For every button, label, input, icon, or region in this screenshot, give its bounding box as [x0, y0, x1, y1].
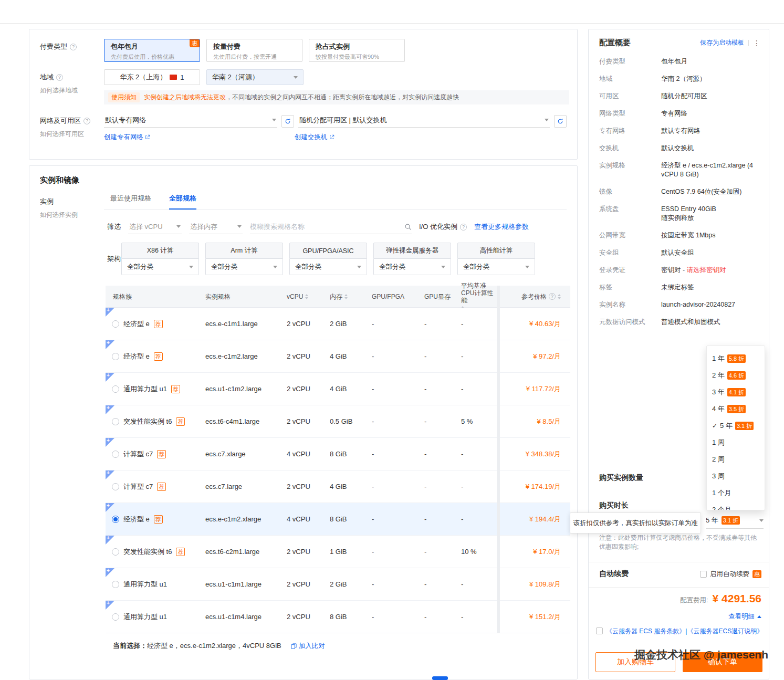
selection-prefix: 当前选择：: [113, 641, 147, 651]
search-icon[interactable]: [404, 223, 412, 231]
table-row[interactable]: 计算型 c7 荐 ecs.c7.large 2 vCPU 4 GiB - - -…: [106, 470, 570, 503]
sort-icon[interactable]: [305, 294, 308, 299]
arch-tab[interactable]: 高性能计算: [457, 243, 535, 259]
help-icon[interactable]: [549, 293, 556, 300]
help-icon[interactable]: [56, 74, 63, 81]
arch-category-select[interactable]: 全部分类: [373, 259, 451, 275]
table-scrollbar[interactable]: [497, 286, 500, 633]
spec-radio[interactable]: [112, 483, 119, 490]
add-compare-link[interactable]: 加入比对: [291, 642, 325, 651]
spec-radio[interactable]: [112, 451, 119, 458]
autorenew-checkbox[interactable]: [700, 571, 707, 578]
sort-icon[interactable]: [558, 294, 561, 299]
duration-option[interactable]: 5 年 3.1 折: [707, 417, 765, 434]
spec-search-input[interactable]: [250, 223, 404, 231]
zone-help-link[interactable]: 如何选择可用区: [40, 130, 104, 139]
view-detail-link[interactable]: 查看明细: [728, 612, 755, 621]
arch-tab[interactable]: GPU/FPGA/ASIC: [289, 243, 367, 259]
tab-recent-specs[interactable]: 最近使用规格: [110, 194, 151, 210]
horizontal-scrollbar-thumb[interactable]: [432, 676, 448, 680]
refresh-vpc-button[interactable]: [281, 115, 294, 128]
add-compare-corner[interactable]: [106, 601, 114, 610]
flag-icon: [170, 75, 177, 80]
tab-all-specs[interactable]: 全部规格: [169, 194, 196, 210]
gpu-memory-value: -: [424, 580, 461, 588]
add-to-cart-button[interactable]: 加入购物车: [595, 652, 675, 672]
add-compare-corner[interactable]: [106, 308, 114, 317]
arch-category-select[interactable]: 全部分类: [457, 259, 535, 275]
table-row[interactable]: 通用算力型 u1 ecs.u1-c1m1.large 2 vCPU 2 GiB …: [106, 568, 570, 601]
payment-option[interactable]: 按量付费 先使用后付费，按需开通: [206, 39, 302, 62]
arch-category-select[interactable]: 全部分类: [205, 259, 283, 275]
add-compare-corner[interactable]: [106, 438, 114, 447]
family-name: 通用算力型 u1: [123, 612, 167, 622]
spec-radio[interactable]: [112, 385, 119, 393]
instance-help-link[interactable]: 如何选择实例: [40, 211, 104, 219]
spec-radio[interactable]: [112, 548, 119, 556]
duration-option[interactable]: 1 年 5.8 折: [707, 350, 765, 367]
table-row[interactable]: 通用算力型 u1 荐 ecs.u1-c1m2.large 2 vCPU 4 Gi…: [106, 373, 570, 405]
help-icon[interactable]: [460, 224, 467, 231]
create-vpc-link[interactable]: 创建专有网络: [104, 133, 150, 141]
spec-radio[interactable]: [112, 581, 119, 588]
arch-category-select[interactable]: 全部分类: [121, 259, 199, 275]
arch-tab[interactable]: Arm 计算: [205, 243, 283, 259]
duration-option[interactable]: 2 周: [707, 451, 765, 468]
spec-radio[interactable]: [112, 613, 119, 621]
spec-radio[interactable]: [112, 516, 119, 523]
add-compare-corner[interactable]: [106, 470, 114, 479]
region-select[interactable]: 华南 2（河源）: [206, 69, 304, 85]
duration-option[interactable]: 4 年 3.5 折: [707, 401, 765, 417]
region-current-tab[interactable]: 华东 2（上海） 1: [104, 69, 200, 85]
add-compare-corner[interactable]: [106, 373, 114, 382]
table-row[interactable]: 计算型 c7 荐 ecs.c7.xlarge 4 vCPU 8 GiB - - …: [106, 438, 570, 470]
vcpu-filter-select[interactable]: 选择 vCPU: [128, 219, 182, 234]
payment-option[interactable]: 抢占式实例 较按量付费最高可省90%: [309, 39, 405, 62]
duration-option[interactable]: 3 周: [707, 468, 765, 485]
spec-radio[interactable]: [112, 418, 119, 425]
more-spec-params-link[interactable]: 查看更多规格参数: [474, 222, 529, 232]
terms-links[interactable]: 《云服务器 ECS 服务条款》|《云服务器ECS退订说明》: [606, 627, 763, 636]
refresh-vswitch-button[interactable]: [554, 115, 567, 128]
arch-tab[interactable]: 弹性裸金属服务器: [373, 243, 451, 259]
duration-option[interactable]: 3 年 4.1 折: [707, 384, 765, 401]
memory-filter-select[interactable]: 选择内存: [189, 219, 243, 234]
memory-value: 0.5 GiB: [330, 417, 372, 425]
add-compare-corner[interactable]: [106, 536, 114, 545]
duration-option[interactable]: 1 个月: [707, 485, 765, 501]
more-menu-icon[interactable]: [753, 39, 760, 47]
sort-icon[interactable]: [344, 294, 348, 299]
vpc-select[interactable]: 默认专有网络: [104, 113, 277, 128]
vswitch-select[interactable]: 随机分配可用区 | 默认交换机: [298, 113, 550, 128]
table-row[interactable]: 经济型 e 荐 ecs.e-c1m2.xlarge 4 vCPU 8 GiB -…: [106, 503, 570, 536]
add-compare-corner[interactable]: [106, 568, 114, 577]
arch-tab[interactable]: X86 计算: [121, 243, 199, 259]
select-keypair-link[interactable]: 请选择密钥对: [687, 266, 726, 274]
table-row[interactable]: 通用算力型 u1 ecs.u1-c1m4.large 2 vCPU 8 GiB …: [106, 601, 570, 633]
help-icon[interactable]: [83, 118, 90, 124]
table-row[interactable]: 经济型 e 荐 ecs.e-c1m1.large 2 vCPU 2 GiB - …: [106, 308, 570, 340]
add-compare-corner[interactable]: [106, 405, 114, 414]
table-row[interactable]: 突发性能实例 t6 荐 ecs.t6-c2m1.large 2 vCPU 1 G…: [106, 536, 570, 568]
add-compare-corner[interactable]: [106, 340, 114, 349]
spec-radio[interactable]: [112, 353, 119, 360]
help-icon[interactable]: [70, 44, 77, 50]
duration-option[interactable]: 2 年 4.6 折: [707, 367, 765, 384]
spec-radio[interactable]: [112, 320, 119, 328]
duration-option[interactable]: 1 周: [707, 434, 765, 451]
region-notice: 使用须知 实例创建之后地域将无法更改，不同地域的实例之间内网互不相通；距离实例所…: [104, 90, 569, 104]
arch-category-select[interactable]: 全部分类: [289, 259, 367, 275]
save-template-link[interactable]: 保存为启动模板: [700, 38, 744, 47]
duration-select[interactable]: 5 年 3.1 折: [706, 516, 764, 529]
region-help-link[interactable]: 如何选择地域: [40, 86, 104, 95]
create-vswitch-link[interactable]: 创建交换机: [295, 133, 334, 142]
add-compare-corner[interactable]: [106, 503, 114, 512]
confirm-order-button[interactable]: 确认下单: [683, 652, 762, 672]
payment-option[interactable]: 惠 包年包月 先付费后使用，价格优惠: [104, 39, 200, 62]
spec-name: ecs.c7.large: [205, 483, 287, 490]
gpu-value: -: [372, 515, 424, 523]
table-row[interactable]: 突发性能实例 t6 荐 ecs.t6-c4m1.large 2 vCPU 0.5…: [106, 405, 570, 438]
table-row[interactable]: 经济型 e 荐 ecs.e-c1m2.large 2 vCPU 4 GiB - …: [106, 340, 570, 373]
duration-option[interactable]: 2 个月: [707, 501, 765, 510]
terms-checkbox[interactable]: [596, 627, 603, 634]
